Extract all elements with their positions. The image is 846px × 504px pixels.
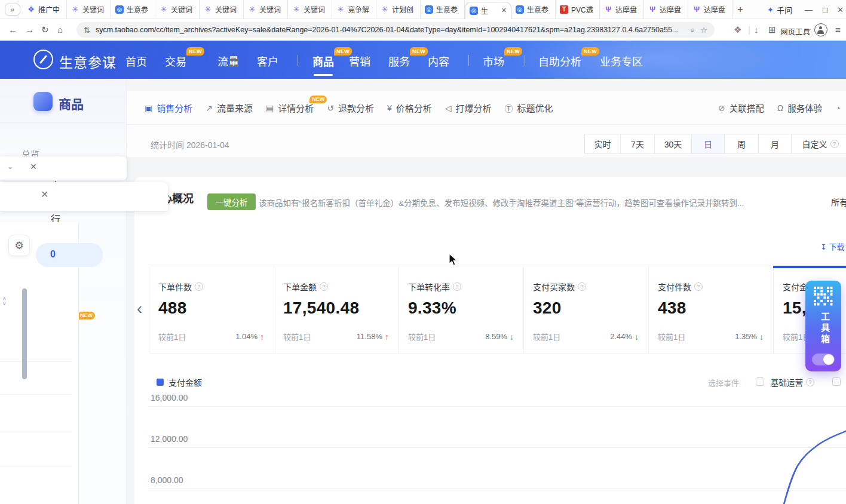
browser-tab[interactable]: ✳ 关键词: [67, 0, 111, 19]
metric-card-order-items[interactable]: 下单件数? 488 较前1日 1.04% ↑: [149, 266, 274, 353]
profile-avatar[interactable]: [814, 23, 827, 36]
date-option-realtime[interactable]: 实时: [585, 134, 621, 153]
nav-item-traffic[interactable]: 流量: [217, 53, 239, 69]
new-tab-button[interactable]: +: [732, 2, 748, 17]
tab-price-analysis[interactable]: ¥ 价格分析: [382, 99, 437, 116]
help-icon[interactable]: ?: [830, 140, 839, 148]
tune-icon[interactable]: ⇅: [84, 26, 90, 35]
service-experience-link[interactable]: Ω 服务体验: [773, 99, 827, 116]
compare-label: 较前1日: [408, 331, 436, 342]
browser-tab[interactable]: ✳ 关键词: [155, 0, 200, 19]
metric-card-pay-items[interactable]: 支付件数? 438 较前1日 1.35% ↓: [649, 266, 774, 353]
clock-icon[interactable]: ◔: [830, 101, 845, 115]
browser-tab[interactable]: ◎ 生意参: [111, 0, 155, 19]
tab-search-icon[interactable]: ⌕: [5, 4, 20, 16]
nav-item-customer[interactable]: 客户: [257, 53, 278, 69]
forward-icon[interactable]: →: [25, 24, 34, 35]
browser-tab-active[interactable]: ◎ 生 ✕: [465, 2, 511, 19]
tab-close-icon[interactable]: ✕: [501, 7, 507, 14]
date-option-30d[interactable]: 30天: [655, 134, 692, 153]
nav-item-service[interactable]: 服务NEW: [388, 53, 410, 69]
tab-traffic-source[interactable]: ↗ 流量来源: [201, 99, 258, 116]
date-option-7d[interactable]: 7天: [621, 134, 655, 153]
trend-down-icon: ↓: [634, 332, 639, 342]
window-close-button[interactable]: ✕: [837, 5, 844, 14]
browser-tab[interactable]: ◎ 生意参: [421, 0, 465, 19]
tab-title-optimize[interactable]: Ⓣ 标题优化: [500, 99, 558, 116]
one-click-analyze-button[interactable]: 一键分析: [207, 193, 256, 210]
help-icon[interactable]: ?: [578, 282, 586, 291]
home-icon[interactable]: ⌂: [57, 24, 63, 35]
metric-card-pay-buyers[interactable]: 支付买家数? 320 较前1日 2.44% ↓: [524, 266, 649, 353]
terminal-filter-partial[interactable]: 所有: [831, 196, 846, 208]
gear-icon[interactable]: ⚙: [8, 235, 30, 256]
date-option-week[interactable]: 周: [725, 134, 759, 153]
browser-tab[interactable]: Ψ 达摩盘: [688, 0, 732, 19]
tab-refund-analysis[interactable]: ↺ 退款分析: [322, 99, 379, 116]
close-icon[interactable]: ✕: [41, 189, 48, 200]
browser-tab[interactable]: T PVC透: [556, 0, 600, 19]
app-top-nav: 生意参谋 首页 交易NEW 流量 客户 商品NEW 营销 服务NEW 内容 市场…: [0, 41, 846, 79]
browser-tab[interactable]: ◎ 生意参: [511, 0, 556, 19]
toolbox-widget[interactable]: 工具箱: [805, 281, 841, 371]
browser-tab[interactable]: ✳ 竞争解: [332, 0, 376, 19]
qianwen-button[interactable]: ✦ 千问: [767, 4, 792, 16]
metric-card-order-amount[interactable]: 下单金额? 17,540.48 较前1日 11.58% ↑: [274, 266, 399, 353]
nav-item-self-analysis[interactable]: 自助分析NEW: [538, 53, 581, 69]
date-option-day[interactable]: 日: [692, 134, 725, 153]
date-option-custom[interactable]: 自定义?: [792, 134, 846, 153]
tab-boom-analysis[interactable]: ◁ 打爆分析: [440, 99, 496, 116]
browser-tab[interactable]: ✳ 关键词: [244, 0, 288, 19]
nav-item-home[interactable]: 首页: [125, 53, 147, 69]
date-option-month[interactable]: 月: [759, 134, 792, 153]
browser-tab[interactable]: Ψ 达摩盘: [644, 0, 688, 19]
related-match-link[interactable]: ⊘ 关联搭配: [713, 99, 769, 116]
browser-tab[interactable]: ❖ 推广中: [23, 0, 67, 19]
browser-tab[interactable]: ✳ 计划创: [376, 0, 421, 19]
toolbox-toggle[interactable]: [812, 354, 835, 365]
nav-item-product[interactable]: 商品NEW: [312, 53, 334, 69]
help-icon[interactable]: ?: [453, 282, 461, 291]
tab-label: 关键词: [171, 4, 195, 14]
tab-sales-analysis[interactable]: ▣ 销售分析: [140, 99, 197, 116]
browser-tab[interactable]: ✳ 关键词: [200, 0, 244, 19]
close-icon[interactable]: ✕: [30, 162, 37, 171]
help-icon[interactable]: ?: [694, 282, 703, 291]
window-minimize-button[interactable]: —: [805, 5, 813, 14]
headset-icon: Ω: [777, 103, 783, 113]
brand-name[interactable]: 生意参谋: [59, 51, 117, 72]
sycm-logo-icon[interactable]: [33, 50, 53, 69]
chevron-down-icon[interactable]: ⌄: [7, 162, 13, 171]
nav-item-market[interactable]: 市场NEW: [483, 53, 504, 69]
nav-item-marketing[interactable]: 营销: [349, 53, 370, 69]
help-icon[interactable]: ?: [320, 282, 328, 291]
back-icon[interactable]: ←: [8, 24, 17, 35]
subnav-right: ⊘ 关联搭配 Ω 服务体验 ◔: [713, 99, 845, 116]
help-icon[interactable]: ?: [195, 282, 203, 291]
carousel-prev-icon[interactable]: ‹: [137, 300, 142, 318]
panel-divider: [0, 394, 72, 395]
window-maximize-button[interactable]: ▢: [822, 6, 828, 14]
browser-tab[interactable]: Ψ 达摩盘: [600, 0, 644, 19]
tab-detail-analysis[interactable]: ▤ 详情分析 NEW: [261, 99, 318, 116]
nav-item-business-zone[interactable]: 业务专区: [600, 53, 643, 69]
compare-label: 较前1日: [283, 331, 311, 342]
sort-chevrons-icon[interactable]: ∧∨: [2, 296, 7, 306]
scrollbar-thumb[interactable]: [22, 288, 27, 379]
download-link[interactable]: ↧ 下载: [820, 241, 845, 252]
nav-item-trade[interactable]: 交易NEW: [165, 53, 186, 69]
damo-icon: Ψ: [648, 5, 657, 14]
chevron-down-icon[interactable]: ⌄: [807, 24, 812, 32]
nav-item-content[interactable]: 内容: [428, 53, 449, 69]
metric-card-conversion[interactable]: 下单转化率? 9.33% 较前1日 8.59% ↓: [399, 266, 524, 353]
panel-divider: [0, 432, 72, 432]
trend-line-chart[interactable]: [148, 374, 846, 504]
snowflake-icon: ✳: [336, 5, 345, 14]
snowflake-icon: ✳: [248, 5, 256, 14]
reload-icon[interactable]: ↻: [41, 24, 49, 35]
menu-icon[interactable]: ≡: [835, 24, 841, 35]
metric-value: 488: [158, 299, 274, 318]
browser-tab[interactable]: ✳ 关键词: [288, 0, 332, 19]
metric-label: 下单件数: [158, 281, 192, 293]
sidebar-active-item-pill[interactable]: 0: [36, 243, 103, 267]
